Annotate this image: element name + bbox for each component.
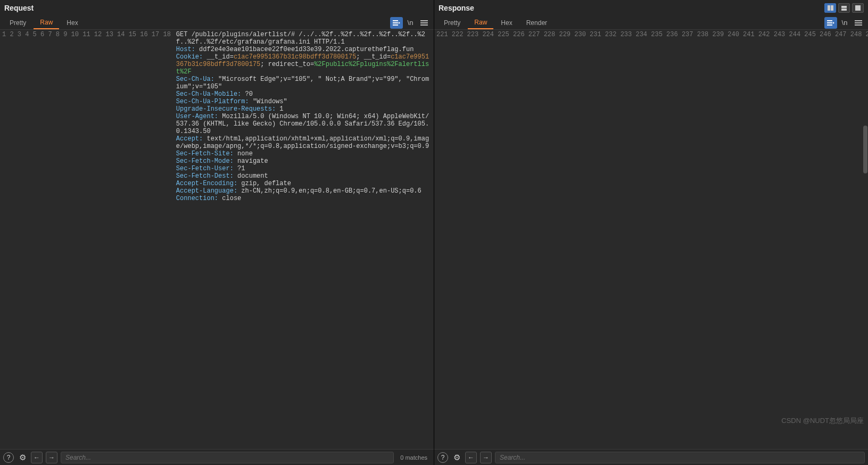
svg-rect-10 — [855, 22, 862, 23]
response-code-area[interactable]: 221 222 223 224 225 226 227 228 229 230 … — [434, 30, 868, 449]
tab-hex[interactable]: Hex — [60, 17, 84, 29]
response-bottom-bar: ? ⚙ ← → — [434, 449, 868, 465]
response-header: Response — [434, 0, 868, 16]
settings-icon-resp[interactable]: ⚙ — [451, 452, 462, 463]
svg-rect-3 — [420, 20, 428, 21]
tab-pretty[interactable]: Pretty — [3, 17, 32, 29]
request-pane: Request Pretty Raw Hex \n 1 2 3 4 5 6 7 … — [0, 0, 434, 465]
tab-hex-resp[interactable]: Hex — [494, 17, 518, 29]
columns-view-icon[interactable] — [824, 3, 836, 13]
actions-icon-resp[interactable] — [824, 17, 837, 29]
hamburger-icon[interactable] — [418, 17, 431, 29]
tab-pretty-resp[interactable]: Pretty — [437, 17, 467, 29]
svg-rect-7 — [827, 22, 832, 23]
svg-rect-2 — [393, 24, 398, 26]
actions-icon[interactable] — [390, 17, 403, 29]
request-gutter: 1 2 3 4 5 6 7 8 9 10 11 12 13 14 15 16 1… — [0, 30, 174, 449]
response-gutter: 221 222 223 224 225 226 227 228 229 230 … — [434, 30, 868, 449]
svg-rect-0 — [393, 20, 398, 21]
rows-view-icon[interactable] — [838, 3, 850, 13]
request-code-area[interactable]: 1 2 3 4 5 6 7 8 9 10 11 12 13 14 15 16 1… — [0, 30, 434, 449]
view-layout-buttons — [824, 3, 864, 13]
svg-rect-8 — [827, 24, 832, 26]
svg-rect-5 — [420, 24, 428, 26]
tab-raw[interactable]: Raw — [34, 16, 59, 29]
response-search-input[interactable] — [495, 452, 865, 463]
request-match-count: 0 matches — [397, 454, 431, 461]
svg-rect-1 — [393, 22, 398, 23]
scrollbar-thumb[interactable] — [863, 126, 867, 173]
newline-icon[interactable]: \n — [404, 17, 417, 29]
next-match-icon-resp[interactable]: → — [480, 452, 492, 463]
tab-render-resp[interactable]: Render — [520, 17, 553, 29]
response-title: Response — [439, 4, 824, 12]
request-bottom-bar: ? ⚙ ← → 0 matches — [0, 449, 434, 465]
newline-icon-resp[interactable]: \n — [838, 17, 851, 29]
hamburger-icon-resp[interactable] — [852, 17, 865, 29]
request-code[interactable]: GET /public/plugins/alertlist/# /../..%2… — [174, 30, 434, 449]
svg-rect-11 — [855, 24, 862, 26]
help-icon-resp[interactable]: ? — [437, 452, 448, 463]
svg-rect-9 — [855, 20, 862, 21]
prev-match-icon[interactable]: ← — [31, 452, 43, 463]
request-header: Request — [0, 0, 434, 16]
tab-raw-resp[interactable]: Raw — [468, 16, 493, 29]
help-icon[interactable]: ? — [3, 452, 14, 463]
request-tabs: Pretty Raw Hex \n — [0, 16, 434, 30]
svg-rect-6 — [827, 20, 832, 21]
svg-rect-4 — [420, 22, 428, 23]
next-match-icon[interactable]: → — [46, 452, 57, 463]
response-pane: Response Pretty Raw Hex Render \n 221 22… — [434, 0, 868, 465]
single-view-icon[interactable] — [852, 3, 864, 13]
request-search-input[interactable] — [61, 452, 394, 463]
response-tabs: Pretty Raw Hex Render \n — [434, 16, 868, 30]
prev-match-icon-resp[interactable]: ← — [465, 452, 477, 463]
request-title: Request — [4, 4, 429, 12]
settings-icon[interactable]: ⚙ — [17, 452, 28, 463]
